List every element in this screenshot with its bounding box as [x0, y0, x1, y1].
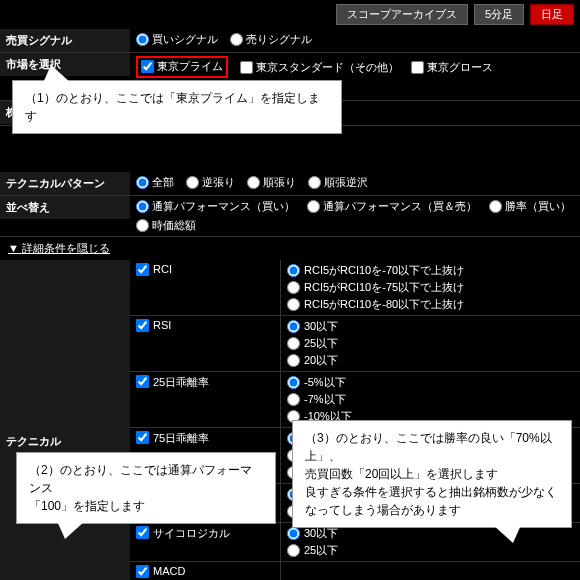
timeframe-5min-button[interactable]: 5分足 [474, 4, 524, 25]
check-tokyo-prime[interactable]: 東京プライム [141, 59, 223, 74]
radio-sell-signal[interactable]: 売りシグナル [230, 32, 312, 47]
callout-3: （3）のとおり、ここでは勝率の良い「70%以上」、 売買回数「20回以上」を選択… [292, 420, 572, 528]
radio-tp-all[interactable]: 全部 [136, 175, 174, 190]
tech-row-5[interactable]: サイコロジカル [130, 523, 280, 561]
tech-sub-1-0[interactable]: 30以下 [287, 319, 574, 334]
radio-tp-rebound[interactable]: 逆張り [186, 175, 235, 190]
radio-tp-follow[interactable]: 順張り [247, 175, 296, 190]
radio-sort-mktcap[interactable]: 時価総額 [136, 218, 196, 233]
check-tokyo-standard[interactable]: 東京スタンダード（その他） [240, 60, 399, 75]
tech-row-2[interactable]: 25日乖離率 [130, 372, 280, 427]
tech-sub-1-1[interactable]: 25以下 [287, 336, 574, 351]
check-tokyo-growth[interactable]: 東京グロース [411, 60, 493, 75]
tech-sub-0-2[interactable]: RCI5がRCI10を-80以下で上抜け [287, 297, 574, 312]
radio-tp-breakout[interactable]: 順張逆沢 [308, 175, 368, 190]
tech-row-0[interactable]: RCI [130, 260, 280, 315]
scope-archive-button[interactable]: スコープアーカイブス [336, 4, 468, 25]
tech-sub-0-0[interactable]: RCI5がRCI10を-70以下で上抜け [287, 263, 574, 278]
radio-sort-perfbuy[interactable]: 通算パフォーマンス（買い） [136, 199, 295, 214]
timeframe-day-button[interactable]: 日足 [530, 4, 574, 25]
callout-1: （1）のとおり、ここでは「東京プライム」を指定します [12, 80, 342, 134]
detail-toggle-link[interactable]: 詳細条件を隠じる [0, 237, 118, 260]
tech-sub-5-1[interactable]: 25以下 [287, 543, 574, 558]
radio-sort-perfboth[interactable]: 通算パフォーマンス（買＆売） [307, 199, 477, 214]
tech-row-1[interactable]: RSI [130, 316, 280, 371]
radio-sort-winbuy[interactable]: 勝率（買い） [489, 199, 571, 214]
techpattern-label: テクニカルパターン [0, 172, 130, 195]
tech-sub-2-0[interactable]: -5%以下 [287, 375, 574, 390]
tech-row-6[interactable]: MACD [130, 562, 280, 580]
tech-sub-0-1[interactable]: RCI5がRCI10を-75以下で上抜け [287, 280, 574, 295]
signal-label: 売買シグナル [0, 29, 130, 52]
tech-sub-5-0[interactable]: 30以下 [287, 526, 574, 541]
sort-label: 並べ替え [0, 196, 130, 219]
radio-buy-signal[interactable]: 買いシグナル [136, 32, 218, 47]
callout-2: （2）のとおり、ここでは通算パフォーマンス 「100」を指定します [16, 452, 276, 524]
tech-sub-1-2[interactable]: 20以下 [287, 353, 574, 368]
tech-sub-2-1[interactable]: -7%以下 [287, 392, 574, 407]
